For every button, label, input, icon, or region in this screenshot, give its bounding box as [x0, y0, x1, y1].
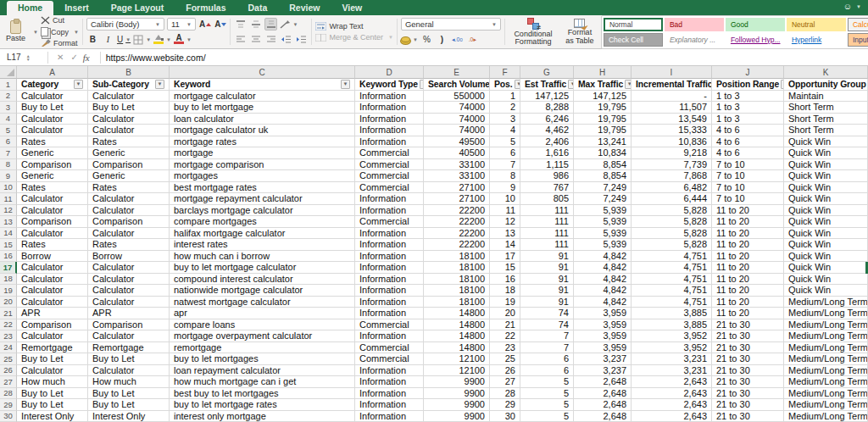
grid-cell[interactable]: Medium/Long Term	[784, 365, 868, 377]
grid-cell[interactable]: mortgage calculator uk	[170, 125, 355, 136]
grid-cell[interactable]: 1 to 3	[712, 91, 784, 103]
grid-cell[interactable]: 3,231	[632, 353, 712, 365]
row-number-25[interactable]: 25	[0, 353, 17, 365]
grid-cell[interactable]: Quick Win	[784, 205, 868, 217]
grid-cell[interactable]: Buy to Let	[17, 399, 88, 411]
grid-cell[interactable]: 21 to 30	[712, 411, 784, 422]
grid-cell[interactable]: 8,288	[520, 102, 574, 114]
feedback-smiley-icon[interactable]: ☺▼	[843, 2, 861, 11]
grid-cell[interactable]: Remortgage	[88, 342, 170, 354]
grid-cell[interactable]: 21 to 30	[712, 399, 784, 411]
grid-cell[interactable]: 91	[520, 251, 574, 263]
grid-cell[interactable]: 5	[520, 376, 574, 388]
grid-cell[interactable]: Commercial	[355, 342, 424, 354]
grid-cell[interactable]: Information	[355, 274, 424, 286]
grid-cell[interactable]: 27100	[424, 193, 490, 205]
column-header-cell[interactable]: Pos.▼	[490, 79, 520, 91]
formula-input[interactable]: https://www.website.com/	[106, 53, 206, 63]
grid-cell[interactable]: 11 to 20	[712, 239, 784, 251]
filter-dropdown-icon[interactable]: ▼	[515, 80, 520, 89]
grid-cell[interactable]: mortgage comparison	[170, 159, 355, 171]
grid-cell[interactable]: 2,643	[632, 399, 712, 411]
grid-cell[interactable]: 11 to 20	[712, 205, 784, 217]
grid-cell[interactable]: 7,868	[632, 170, 712, 182]
grid-cell[interactable]: 15,333	[632, 125, 712, 136]
grid-cell[interactable]: Rates	[17, 182, 88, 194]
grid-cell[interactable]: 22200	[424, 205, 490, 217]
grid-cell[interactable]: 6	[520, 353, 574, 365]
grid-cell[interactable]: Quick Win	[784, 285, 868, 297]
grid-cell[interactable]: compare loans	[170, 319, 355, 331]
grid-cell[interactable]: 74	[520, 319, 574, 331]
grid-cell[interactable]: Generic	[17, 170, 88, 182]
grid-cell[interactable]: 2,643	[632, 411, 712, 422]
grid-cell[interactable]: Calculator	[88, 274, 170, 286]
grid-cell[interactable]: how much mortgage can i get	[170, 376, 355, 388]
grid-cell[interactable]: Calculator	[88, 205, 170, 217]
grid-cell[interactable]: Commercial	[355, 353, 424, 365]
grid-cell[interactable]: Information	[355, 376, 424, 388]
grid-cell[interactable]: Calculator	[17, 228, 88, 240]
filter-dropdown-icon[interactable]: ▼	[155, 80, 164, 89]
column-header-cell[interactable]: Max Traffic▼	[574, 79, 632, 91]
grid-cell[interactable]: Interest Only	[88, 411, 170, 422]
row-number-7[interactable]: 7	[0, 147, 17, 159]
grid-cell[interactable]: 5,939	[574, 239, 632, 251]
grid-cell[interactable]: How much	[88, 376, 170, 388]
grid-cell[interactable]: 111	[520, 228, 574, 240]
grid-cell[interactable]: 9900	[424, 411, 490, 422]
grid-cell[interactable]: Calculator	[17, 297, 88, 308]
grid-cell[interactable]: How much	[17, 376, 88, 388]
grid-cell[interactable]: 3,237	[574, 365, 632, 377]
grid-cell[interactable]: Generic	[88, 170, 170, 182]
grid-cell[interactable]: 13,549	[632, 114, 712, 125]
column-header-H[interactable]: H	[574, 66, 632, 79]
grid-cell[interactable]: 7,249	[574, 193, 632, 205]
grid-cell[interactable]: Quick Win	[784, 136, 868, 148]
name-box-stepper-icon[interactable]: ▲▼	[26, 54, 31, 61]
grid-cell[interactable]: Calculator	[17, 114, 88, 125]
row-number-17[interactable]: 17	[0, 262, 17, 274]
grid-cell[interactable]: 21 to 30	[712, 342, 784, 354]
grid-cell[interactable]: 4,751	[632, 285, 712, 297]
grid-cell[interactable]: 111	[520, 205, 574, 217]
grid-cell[interactable]: Calculator	[88, 125, 170, 136]
grid-cell[interactable]: 5,939	[574, 216, 632, 228]
grid-cell[interactable]: 4,751	[632, 297, 712, 308]
grid-cell[interactable]: 74	[520, 308, 574, 319]
grid-cell[interactable]: Medium/Long Term	[784, 399, 868, 411]
grid-cell[interactable]: 6	[520, 365, 574, 377]
grid-cell[interactable]: 18100	[424, 297, 490, 308]
grid-cell[interactable]: 91	[520, 262, 574, 274]
grid-cell[interactable]: Short Term	[784, 125, 868, 136]
grid-cell[interactable]: Comparison	[17, 159, 88, 171]
grid-cell[interactable]: 25	[490, 353, 520, 365]
ribbon-tab-formulas[interactable]: Formulas	[175, 1, 236, 15]
row-number-15[interactable]: 15	[0, 239, 17, 251]
grid-cell[interactable]: Medium/Long Term	[784, 388, 868, 400]
grid-cell[interactable]: Calculator	[88, 330, 170, 342]
increase-font-button[interactable]: A	[198, 18, 211, 31]
grid-cell[interactable]: Borrow	[17, 251, 88, 263]
grid-cell[interactable]: mortgages	[170, 170, 355, 182]
filter-dropdown-icon[interactable]: ▼	[74, 80, 83, 89]
grid-cell[interactable]: Calculator	[17, 330, 88, 342]
grid-cell[interactable]: Information	[355, 411, 424, 422]
number-format-select[interactable]: General▼	[401, 18, 501, 31]
grid-cell[interactable]: 16	[490, 274, 520, 286]
grid-cell[interactable]: Buy to Let	[88, 399, 170, 411]
grid-cell[interactable]: 3,885	[632, 319, 712, 331]
grid-cell[interactable]: interest rates	[170, 239, 355, 251]
grid-cell[interactable]: APR	[88, 308, 170, 319]
grid-cell[interactable]: buy to let mortgages	[170, 353, 355, 365]
grid-cell[interactable]: interest only mortgage	[170, 411, 355, 422]
grid-cell[interactable]: barclays mortgage calculator	[170, 205, 355, 217]
ribbon-tab-data[interactable]: Data	[236, 1, 278, 15]
grid-cell[interactable]: 11 to 20	[712, 228, 784, 240]
grid-cell[interactable]: compound interest calculator	[170, 274, 355, 286]
grid-cell[interactable]: Information	[355, 388, 424, 400]
grid-cell[interactable]: 18100	[424, 274, 490, 286]
row-number-23[interactable]: 23	[0, 330, 17, 342]
grid-cell[interactable]: 74000	[424, 114, 490, 125]
grid-cell[interactable]: Calculator	[88, 193, 170, 205]
